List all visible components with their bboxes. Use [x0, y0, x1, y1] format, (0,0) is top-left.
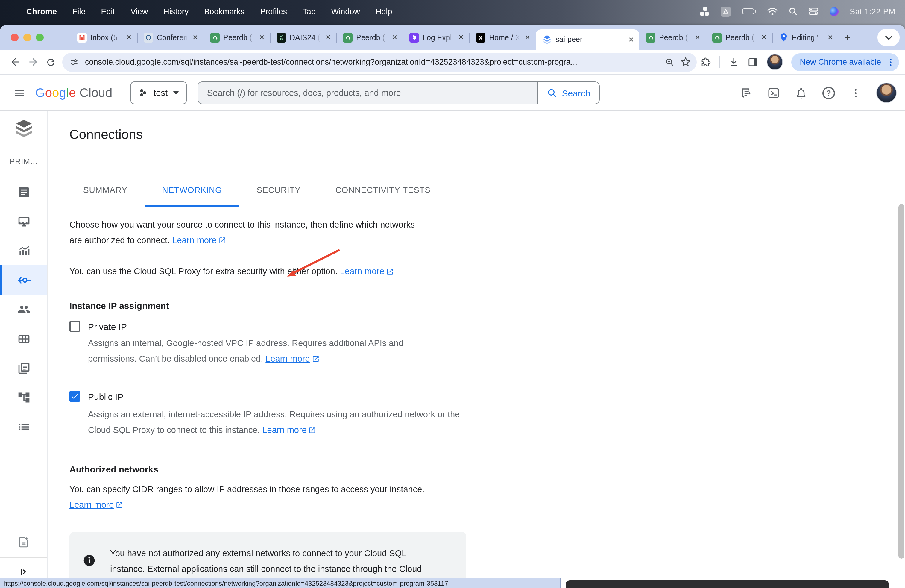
more-options-kebab-icon[interactable]	[850, 87, 861, 99]
tab-networking[interactable]: NETWORKING	[145, 172, 240, 207]
new-chrome-available-button[interactable]: New Chrome available	[791, 53, 899, 71]
nav-databases-icon[interactable]	[0, 324, 47, 353]
public-ip-row: Public IP	[70, 391, 881, 402]
tab-close-icon[interactable]: ✕	[760, 33, 768, 42]
cloud-shell-icon[interactable]	[767, 86, 780, 99]
nav-connections-icon[interactable]	[0, 265, 47, 295]
tab-peerdb-2[interactable]: Peerdb ( ✕	[337, 25, 403, 50]
tab-close-icon[interactable]: ✕	[257, 33, 266, 42]
menu-history[interactable]: History	[164, 7, 189, 16]
tab-peerdb-4[interactable]: Peerdb ( ✕	[706, 25, 772, 50]
stats-menubar-icon[interactable]	[700, 7, 709, 16]
tab-search-chevron-button[interactable]	[878, 29, 900, 46]
chevron-down-icon	[173, 91, 179, 95]
learn-more-link[interactable]: Learn more	[262, 425, 316, 435]
tab-summary[interactable]: SUMMARY	[66, 172, 145, 207]
google-cloud-logo[interactable]: Google Cloud	[35, 86, 112, 100]
tab-strip: M Inbox (5 ✕ Conferen ✕ Peerdb (	[0, 25, 905, 50]
nav-overview-icon[interactable]	[0, 177, 47, 207]
learn-more-link[interactable]: Learn more	[265, 354, 319, 364]
menu-view[interactable]: View	[130, 7, 148, 16]
bookmark-star-icon[interactable]	[681, 57, 691, 67]
tab-x-home[interactable]: X Home / X ✕	[469, 25, 536, 50]
tab-close-icon[interactable]: ✕	[324, 33, 333, 42]
public-ip-checkbox[interactable]	[70, 391, 80, 402]
tab-conference[interactable]: Conferen ✕	[137, 25, 203, 50]
scrollbar-thumb[interactable]	[899, 204, 904, 559]
side-panel-icon[interactable]	[748, 57, 758, 67]
tab-editing-map[interactable]: Editing " ✕	[772, 25, 838, 50]
tab-close-icon[interactable]: ✕	[693, 33, 702, 42]
tab-close-icon[interactable]: ✕	[390, 33, 399, 42]
menu-file[interactable]: File	[72, 7, 86, 16]
siri-icon[interactable]	[829, 7, 838, 16]
tab-log-explorer[interactable]: Log Expl ✕	[403, 25, 469, 50]
menu-help[interactable]: Help	[376, 7, 392, 16]
wifi-icon[interactable]	[767, 8, 777, 15]
tab-close-icon[interactable]: ✕	[124, 33, 133, 42]
menu-edit[interactable]: Edit	[101, 7, 115, 16]
tab-close-icon[interactable]: ✕	[627, 35, 636, 44]
forward-button[interactable]	[24, 53, 42, 71]
nav-backups-icon[interactable]	[0, 353, 47, 383]
learn-more-link[interactable]: Learn more	[340, 267, 394, 276]
learn-more-link[interactable]: Learn more	[172, 235, 226, 245]
tab-close-icon[interactable]: ✕	[826, 33, 835, 42]
collapse-rail-icon[interactable]	[0, 564, 47, 580]
reload-button[interactable]	[42, 53, 60, 71]
nav-replicas-icon[interactable]	[0, 383, 47, 412]
tab-inbox[interactable]: M Inbox (5 ✕	[71, 25, 137, 50]
help-icon[interactable]: ?	[822, 86, 835, 99]
nav-system-insights-icon[interactable]	[0, 207, 47, 236]
menubar-clock: Sat 1:22 PM	[849, 7, 895, 16]
private-ip-checkbox[interactable]	[70, 321, 80, 332]
tab-peerdb-3[interactable]: Peerdb ( ✕	[639, 25, 706, 50]
proxy-text: You can use the Cloud SQL Proxy for extr…	[70, 264, 452, 279]
menu-chrome[interactable]: Chrome	[26, 7, 57, 16]
zoom-window-button[interactable]	[36, 33, 44, 41]
new-tab-button[interactable]: +	[838, 25, 856, 50]
browser-toolbar: console.cloud.google.com/sql/instances/s…	[0, 50, 905, 75]
gemini-release-notes-icon[interactable]	[740, 86, 753, 99]
tab-connectivity-tests[interactable]: CONNECTIVITY TESTS	[318, 172, 448, 207]
back-button[interactable]	[6, 53, 24, 71]
tab-close-icon[interactable]: ✕	[457, 33, 466, 42]
project-picker-button[interactable]: test	[130, 81, 187, 104]
tab-dais[interactable]: DAIS DAIS24 ( ✕	[270, 25, 337, 50]
minimize-window-button[interactable]	[23, 33, 31, 41]
close-window-button[interactable]	[11, 33, 19, 41]
learn-more-link[interactable]: Learn more	[70, 500, 123, 510]
tab-title: Conferen	[157, 33, 187, 41]
menu-profiles[interactable]: Profiles	[260, 7, 287, 16]
gcp-search-input[interactable]: Search (/) for resources, docs, products…	[197, 81, 538, 104]
mymaps-favicon-icon	[779, 33, 788, 42]
address-bar[interactable]: console.cloud.google.com/sql/instances/s…	[62, 52, 697, 72]
url-text[interactable]: console.cloud.google.com/sql/instances/s…	[85, 57, 661, 67]
notifications-bell-icon[interactable]	[795, 86, 807, 99]
download-icon[interactable]	[729, 57, 739, 67]
control-center-icon[interactable]	[808, 8, 818, 15]
spotlight-icon[interactable]	[789, 7, 797, 16]
tab-sai-peerdb-active[interactable]: sai-peer ✕	[536, 29, 639, 50]
tab-close-icon[interactable]: ✕	[523, 33, 532, 42]
browser-profile-avatar[interactable]	[767, 54, 783, 70]
nav-operations-icon[interactable]	[0, 412, 47, 441]
account-avatar[interactable]	[876, 83, 897, 103]
extensions-icon[interactable]	[700, 57, 711, 67]
gcp-nav-menu-icon[interactable]	[13, 86, 26, 99]
battery-icon[interactable]	[742, 8, 756, 14]
nav-users-icon[interactable]	[0, 295, 47, 324]
nav-query-insights-icon[interactable]	[0, 236, 47, 265]
chrome-menu-kebab-icon[interactable]	[886, 57, 895, 67]
menu-tab[interactable]: Tab	[303, 7, 316, 16]
tab-peerdb-1[interactable]: Peerdb ( ✕	[203, 25, 270, 50]
menu-bookmarks[interactable]: Bookmarks	[204, 7, 245, 16]
zoom-page-icon[interactable]	[665, 57, 675, 67]
app-menubar-icon[interactable]	[720, 6, 730, 16]
tab-close-icon[interactable]: ✕	[191, 33, 200, 42]
site-settings-icon[interactable]	[70, 57, 79, 67]
menu-window[interactable]: Window	[331, 7, 360, 16]
tab-security[interactable]: SECURITY	[239, 172, 318, 207]
gcp-search-button[interactable]: Search	[538, 81, 600, 104]
release-notes-icon[interactable]	[0, 529, 47, 555]
